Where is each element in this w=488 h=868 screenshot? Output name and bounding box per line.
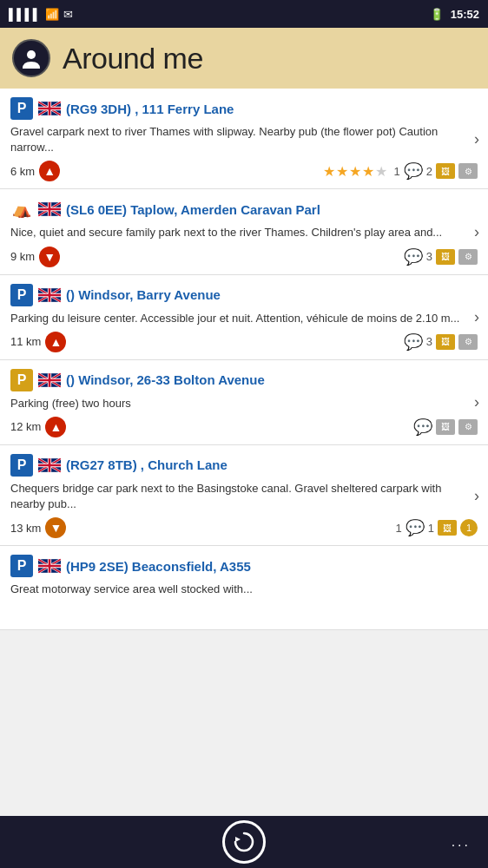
meta-icons: 💬 3 🖼 ⚙ bbox=[404, 247, 478, 266]
svg-marker-7 bbox=[235, 837, 241, 842]
battery-icon: 🔋 bbox=[430, 8, 444, 21]
item-title: (RG9 3DH) , 111 Ferry Lane bbox=[66, 102, 478, 116]
tent-badge: ⛺ bbox=[10, 198, 33, 220]
item-description: Great motorway service area well stocked… bbox=[10, 582, 478, 597]
comment-icon: 💬 bbox=[406, 518, 425, 537]
item-description: Gravel carpark next to river Thames with… bbox=[10, 124, 478, 155]
item-description: Chequers bridge car park next to the Bas… bbox=[10, 481, 478, 512]
distance-display: 13 km ▼ bbox=[10, 517, 66, 538]
item-header: ⛺ (SL6 0EE) Taplow, Amerden Caravan Parl bbox=[10, 198, 478, 220]
extra-icon: ⚙ bbox=[458, 163, 478, 179]
item-header: P () Windsor, Barry Avenue bbox=[10, 284, 478, 306]
user-avatar bbox=[12, 39, 50, 77]
distance-display: 6 km ▲ bbox=[10, 161, 60, 181]
uk-flag-icon bbox=[38, 372, 61, 388]
parking-badge: P bbox=[10, 555, 33, 577]
signal-icon: ▌▌▌▌ bbox=[9, 8, 41, 21]
meta-icons: 1 💬 1 🖼 1 bbox=[396, 518, 478, 537]
results-list: P (RG9 3DH) , 111 Ferry Lane Gravel carp… bbox=[0, 89, 488, 630]
item-header: P (HP9 2SE) Beaconsfield, A355 bbox=[10, 555, 478, 577]
status-left: ▌▌▌▌ 📶 ✉ bbox=[9, 8, 73, 21]
image-icon: 🖼 bbox=[436, 163, 455, 179]
chevron-right-icon: › bbox=[474, 486, 479, 504]
item-description: Parking du leisure center. Accessible jo… bbox=[10, 311, 478, 326]
distance-display: 11 km ▲ bbox=[10, 332, 66, 352]
extra-icon: ⚙ bbox=[458, 419, 478, 435]
item-footer: 6 km ▲ ★ ★ ★ ★ ★ 1 💬 2 🖼 ⚙ bbox=[10, 161, 478, 181]
meta-icons: 💬 🖼 ⚙ bbox=[413, 418, 478, 437]
comment-icon: 💬 bbox=[404, 332, 423, 352]
list-item[interactable]: P (RG27 8TB) , Church Lane Chequers brid… bbox=[0, 445, 488, 546]
meta-icons: ★ ★ ★ ★ ★ 1 💬 2 🖼 ⚙ bbox=[323, 161, 478, 181]
item-title: (HP9 2SE) Beaconsfield, A355 bbox=[66, 559, 478, 574]
chevron-right-icon: › bbox=[474, 308, 479, 326]
parking-badge-yellow: P bbox=[10, 369, 33, 391]
image-icon: 🖼 bbox=[438, 520, 457, 536]
uk-flag-icon bbox=[38, 558, 61, 574]
parking-badge: P bbox=[10, 454, 33, 477]
list-item[interactable]: P (RG9 3DH) , 111 Ferry Lane Gravel carp… bbox=[0, 89, 488, 189]
item-title: (RG27 8TB) , Church Lane bbox=[66, 457, 478, 472]
message-icon: ✉ bbox=[63, 8, 73, 21]
direction-arrow: ▼ bbox=[45, 517, 66, 538]
image-icon: 🖼 bbox=[436, 249, 455, 265]
item-description: Parking (free) two hours bbox=[10, 396, 478, 411]
item-footer: 11 km ▲ 💬 3 🖼 ⚙ bbox=[10, 332, 478, 352]
star-rating: ★ ★ ★ ★ ★ bbox=[323, 163, 387, 180]
distance-display: 12 km ▲ bbox=[10, 417, 66, 437]
direction-arrow: ▼ bbox=[39, 247, 60, 267]
distance-display: 9 km ▼ bbox=[10, 247, 60, 267]
comment-icon: 💬 bbox=[413, 418, 432, 437]
direction-arrow: ▲ bbox=[45, 332, 66, 352]
meta-icons: 💬 3 🖼 ⚙ bbox=[404, 332, 478, 352]
wifi-icon: 📶 bbox=[45, 8, 59, 21]
item-title: () Windsor, 26-33 Bolton Avenue bbox=[66, 372, 478, 387]
parking-badge: P bbox=[10, 284, 33, 306]
list-item[interactable]: P (HP9 2SE) Beaconsfield, A355 Great mot… bbox=[0, 546, 488, 629]
list-item[interactable]: P () Windsor, 26-33 Bolton Avenue Parkin… bbox=[0, 360, 488, 445]
page-title: Around me bbox=[63, 42, 203, 76]
item-footer: 9 km ▼ 💬 3 🖼 ⚙ bbox=[10, 247, 478, 267]
app-header: Around me bbox=[0, 28, 488, 89]
item-header: P () Windsor, 26-33 Bolton Avenue bbox=[10, 369, 478, 391]
list-item[interactable]: ⛺ (SL6 0EE) Taplow, Amerden Caravan Parl… bbox=[0, 189, 488, 274]
chevron-right-icon: › bbox=[474, 393, 479, 411]
bottom-navigation: ... bbox=[0, 816, 488, 868]
item-title: () Windsor, Barry Avenue bbox=[66, 287, 478, 302]
count-badge: 1 bbox=[460, 519, 478, 536]
direction-arrow: ▲ bbox=[45, 417, 66, 437]
chevron-right-icon: › bbox=[474, 222, 479, 240]
refresh-button[interactable] bbox=[222, 820, 266, 864]
image-icon: 🖼 bbox=[436, 419, 455, 435]
parking-badge: P bbox=[10, 97, 33, 120]
item-footer: 12 km ▲ 💬 🖼 ⚙ bbox=[10, 417, 478, 437]
status-right: 🔋 15:52 bbox=[430, 8, 479, 21]
status-bar: ▌▌▌▌ 📶 ✉ 🔋 15:52 bbox=[0, 0, 488, 28]
comment-count: 1 bbox=[394, 165, 400, 178]
svg-point-0 bbox=[27, 50, 36, 59]
item-title: (SL6 0EE) Taplow, Amerden Caravan Parl bbox=[66, 202, 478, 217]
uk-flag-icon bbox=[38, 201, 61, 217]
uk-flag-icon bbox=[38, 101, 61, 116]
comment-icon: 💬 bbox=[404, 161, 423, 181]
image-icon: 🖼 bbox=[436, 334, 455, 350]
more-options-button[interactable]: ... bbox=[452, 834, 471, 850]
item-description: Nice, quiet and secure family park next … bbox=[10, 225, 478, 240]
uk-flag-icon bbox=[38, 287, 61, 303]
bottom-bar-inner: ... bbox=[17, 820, 471, 864]
uk-flag-icon bbox=[38, 457, 61, 473]
extra-icon: ⚙ bbox=[458, 249, 478, 265]
item-footer: 13 km ▼ 1 💬 1 🖼 1 bbox=[10, 517, 478, 538]
chevron-right-icon: › bbox=[474, 129, 479, 148]
direction-arrow: ▲ bbox=[39, 161, 60, 181]
item-header: P (RG27 8TB) , Church Lane bbox=[10, 454, 478, 477]
time-display: 15:52 bbox=[451, 8, 479, 21]
item-header: P (RG9 3DH) , 111 Ferry Lane bbox=[10, 97, 478, 120]
list-item[interactable]: P () Windsor, Barry Avenue Parking du le… bbox=[0, 275, 488, 360]
comment-icon: 💬 bbox=[404, 247, 423, 266]
extra-icon: ⚙ bbox=[458, 334, 478, 350]
